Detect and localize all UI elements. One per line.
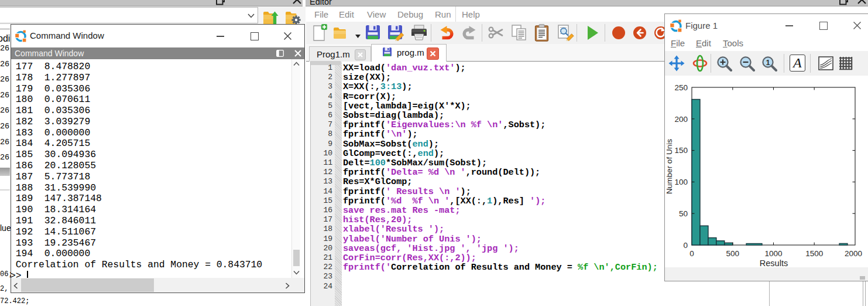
svg-text:100: 100 (674, 178, 688, 186)
svg-text:1: 1 (766, 58, 770, 67)
svg-text:200: 200 (674, 115, 688, 124)
svg-text:0: 0 (689, 249, 694, 258)
svg-text:150: 150 (674, 146, 688, 155)
svg-text:1500: 1500 (805, 249, 823, 258)
svg-text:0: 0 (683, 241, 688, 250)
svg-text:Results: Results (760, 259, 788, 267)
svg-text:50: 50 (679, 209, 688, 218)
svg-text:Number of Unis: Number of Unis (665, 139, 674, 194)
svg-text:250: 250 (674, 83, 688, 92)
svg-text:500: 500 (726, 249, 740, 258)
svg-text:2000: 2000 (845, 249, 862, 258)
svg-text:1000: 1000 (764, 249, 782, 258)
